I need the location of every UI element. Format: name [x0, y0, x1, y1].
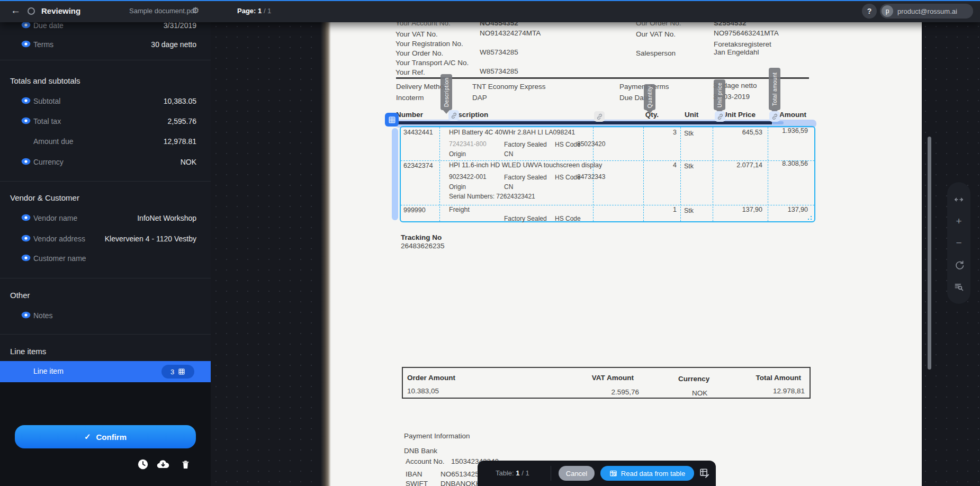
field-label: Amount due: [33, 137, 74, 146]
scan-divider-line: [396, 77, 809, 79]
section-title-line-items: Line items: [10, 347, 46, 356]
cancel-button[interactable]: Cancel: [559, 466, 595, 481]
postpone-clock-button[interactable]: [136, 457, 150, 471]
cell-hs-label: HS Code: [555, 215, 581, 222]
field-row-notes[interactable]: Notes: [0, 310, 211, 323]
section-divider: [0, 278, 211, 278]
rotate-icon[interactable]: [953, 259, 965, 271]
check-icon: ✓: [84, 432, 91, 442]
field-label: Vendor address: [33, 235, 85, 243]
table-header: Number: [396, 111, 423, 119]
column-link-icon[interactable]: [769, 111, 780, 122]
field-label: Your Transport A/C No.: [395, 59, 469, 67]
field-row-currency[interactable]: Currency NOK: [0, 156, 211, 170]
table-counter: Table: 1 / 1: [496, 469, 529, 477]
field-row-vendor-address[interactable]: Vendor address Kleverveien 4 - 1120 Vest…: [0, 233, 211, 247]
field-label: Incoterm: [396, 94, 424, 102]
payment-iban-label: IBAN: [406, 470, 422, 478]
cell-amount: 137,90: [765, 206, 808, 213]
back-button[interactable]: ←: [11, 5, 21, 16]
cell-number: 62342374: [403, 162, 433, 169]
column-link-icon[interactable]: [715, 111, 725, 122]
table-header: Amount: [779, 111, 806, 119]
table-row-handle-strip[interactable]: [392, 128, 398, 220]
read-data-from-table-button[interactable]: Read data from table: [600, 466, 694, 481]
cell-hs-value: 85023420: [577, 140, 605, 148]
line-item-count-badge: 3: [161, 365, 194, 379]
zoom-in-icon[interactable]: +: [953, 215, 965, 227]
field-row-subtotal[interactable]: Subtotal 10,383.05: [0, 95, 211, 109]
fit-width-icon[interactable]: [953, 194, 965, 205]
delete-button[interactable]: [178, 457, 192, 471]
totals-header: VAT Amount: [581, 374, 634, 382]
field-row-total-tax[interactable]: Total tax 2,595.76: [0, 115, 211, 129]
cell-qty: 3: [657, 129, 677, 136]
cloud-download-icon: [156, 457, 170, 471]
download-button[interactable]: [156, 457, 170, 471]
help-button[interactable]: ?: [862, 4, 877, 19]
cell-unit: Stk: [684, 130, 694, 137]
table-row-divider: [401, 160, 814, 161]
totals-header: Currency: [678, 375, 709, 383]
zoom-toolbar: + −: [947, 182, 970, 304]
column-tag-label: Total amount: [769, 68, 780, 110]
section-divider: [0, 60, 211, 60]
field-value: 30 dage netto: [151, 40, 196, 49]
cell-unit-price: 2.077,14: [716, 161, 762, 169]
table-counter-label: Table:: [496, 469, 514, 477]
field-row-terms[interactable]: Terms 30 dage netto: [0, 39, 211, 52]
payment-title: Payment Information: [404, 432, 470, 440]
cell-serial: Serial Numbers: 72624323421: [449, 193, 535, 200]
field-value: NO914324274MTA: [480, 29, 541, 37]
field-value: InfoNet Workshop: [137, 214, 196, 222]
edit-table-icon[interactable]: [699, 467, 711, 479]
page-scrollbar-thumb[interactable]: [928, 137, 931, 370]
captured-eye-icon: [21, 235, 31, 244]
top-bar: ← Reviewing Sample document.pdf ⚙ Page: …: [0, 0, 980, 22]
confirm-button[interactable]: ✓ Confirm: [15, 425, 196, 448]
gear-icon[interactable]: ⚙: [192, 5, 199, 15]
confirm-label: Confirm: [96, 433, 127, 442]
cell-number: 34432441: [403, 129, 433, 136]
column-link-icon[interactable]: [594, 111, 605, 122]
table-select-button[interactable]: [385, 113, 399, 127]
table-row-divider: [401, 205, 814, 205]
cell-amount: 8.308,56: [765, 160, 808, 167]
field-row-customer-name[interactable]: Customer name: [0, 253, 211, 266]
captured-eye-icon: [21, 40, 31, 50]
zoom-out-icon[interactable]: −: [953, 237, 965, 249]
cell-hs-value: 84732343: [577, 173, 605, 181]
cell-origin-label: Origin: [449, 183, 466, 191]
page-indicator-label: Page:: [237, 7, 256, 15]
cell-unit-price: 137,90: [716, 206, 762, 213]
payment-swift-value: DNBANOKK: [440, 480, 481, 486]
fields-sidebar: Due date 3/31/2019 Terms 30 dage netto T…: [0, 0, 211, 486]
read-data-label: Read data from table: [621, 470, 685, 478]
column-link-icon[interactable]: [448, 110, 459, 121]
cell-origin-label: Origin: [449, 150, 466, 158]
clock-icon: [137, 458, 149, 470]
section-title-other: Other: [10, 291, 30, 300]
table-column-divider: [713, 127, 713, 221]
column-tag-description: Description: [440, 74, 452, 110]
user-menu[interactable]: p product@rossum.ai: [880, 4, 973, 19]
page-indicator: Page: 1 / 1: [237, 7, 271, 15]
field-label: Delivery Method: [396, 83, 448, 91]
field-row-vendor-name[interactable]: Vendor name InfoNet Workshop: [0, 212, 211, 226]
column-tag-label: Quantity: [644, 84, 655, 110]
avatar: p: [882, 5, 893, 17]
totals-header: Order Amount: [407, 374, 455, 382]
cell-description: Freight: [449, 206, 470, 213]
field-row-amount-due[interactable]: Amount due 12,978.81: [0, 136, 211, 149]
column-tag-quantity: Quantity: [644, 84, 655, 110]
field-label: Customer name: [33, 254, 86, 263]
field-value: Kleverveien 4 - 1120 Vestby: [105, 235, 196, 243]
search-document-icon[interactable]: [953, 281, 965, 292]
table-search-icon: [609, 470, 617, 478]
field-label: Vendor name: [33, 214, 77, 222]
line-item-row-selected[interactable]: Line item 3: [0, 361, 211, 382]
scan-header-underline: [397, 121, 772, 124]
app-window: Your Account No. NO4554352 Your VAT No. …: [0, 0, 980, 486]
field-value: Jan Engeldahl: [714, 48, 759, 56]
table-resize-handle[interactable]: [806, 214, 812, 220]
